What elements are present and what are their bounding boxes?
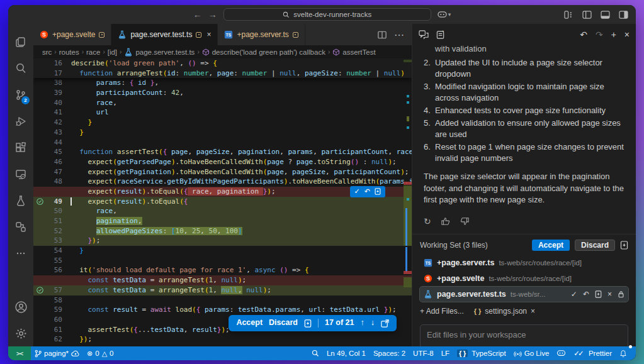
document-icon[interactable] <box>375 188 381 195</box>
prettier-item[interactable]: ✓✓ Prettier <box>570 346 616 360</box>
comment-discussion-icon[interactable] <box>419 30 429 39</box>
tab-bar: S+page.sveltepage.server.test.ts×TS+page… <box>33 24 412 45</box>
status-bar: >< paging* ⊗ 0 △ 0 Ln 49, Col 1 Spaces: … <box>8 346 636 360</box>
cursor-position-item[interactable]: Ln 49, Col 1 <box>323 346 370 360</box>
attachment-chip[interactable]: { } settings.json × <box>474 307 535 316</box>
code-line-added: 49expect(result).toEqual({ <box>33 197 412 207</box>
retry-icon[interactable]: ↻ <box>424 216 431 226</box>
breadcrumb-item[interactable]: race <box>86 48 100 56</box>
toggle-sidebar-icon[interactable] <box>582 11 592 19</box>
source-control-icon[interactable]: 2 <box>8 82 33 108</box>
beaker-icon <box>424 290 432 299</box>
copilot-edits-panel: + ↶ ↷ + × with validation 2.Updated the … <box>412 24 636 346</box>
close-panel-icon[interactable]: × <box>624 30 630 40</box>
document-icon[interactable] <box>304 319 312 328</box>
command-center-search[interactable]: svelte-dev-runner-tracks <box>223 8 431 21</box>
indentation-item[interactable]: Spaces: 2 <box>370 346 409 360</box>
tab--page-server-ts[interactable]: TS+page.server.ts <box>218 24 305 45</box>
open-all-edits-icon[interactable] <box>620 241 628 250</box>
tab-page-server-test-ts[interactable]: page.server.test.ts× <box>111 24 218 45</box>
working-set-file[interactable]: TS+page.server.tsts-web/src/routes/race/… <box>420 255 628 270</box>
discard-change-icon[interactable]: ↶ <box>364 187 370 197</box>
discard-all-button[interactable]: Discard <box>575 240 615 251</box>
search-icon[interactable] <box>8 55 33 82</box>
discard-icon[interactable]: ↶ <box>583 290 589 299</box>
more-icon[interactable] <box>8 240 33 267</box>
breadcrumb-item[interactable]: src <box>42 48 52 56</box>
line-number: 41 <box>46 108 62 118</box>
history-forward-icon[interactable]: → <box>208 10 217 19</box>
account-icon[interactable] <box>8 294 33 320</box>
next-change-icon[interactable]: ↓ <box>371 318 375 328</box>
attachment-name: settings.json <box>485 307 527 316</box>
notifications-item[interactable] <box>616 346 631 360</box>
breadcrumb-item[interactable]: routes <box>59 48 79 56</box>
thumbs-up-icon[interactable] <box>441 217 450 226</box>
accept-change-icon[interactable]: ✓ <box>354 187 360 197</box>
customize-layout-icon[interactable] <box>564 11 573 19</box>
line-number: 61 <box>46 325 62 335</box>
close-icon[interactable]: × <box>607 290 612 299</box>
remote-explorer-icon[interactable] <box>8 161 33 187</box>
discard-button[interactable]: Discard <box>269 318 298 328</box>
thumbs-down-icon[interactable] <box>460 217 469 226</box>
problems-item[interactable]: ⊗ 0 △ 0 <box>83 346 118 360</box>
language-item[interactable]: { } TypeScript <box>453 346 510 360</box>
run-debug-icon[interactable] <box>8 108 33 135</box>
line-number: 60 <box>46 315 62 325</box>
document-icon[interactable] <box>595 290 602 298</box>
undo-icon[interactable]: ↶ <box>580 30 587 40</box>
code-editor[interactable]: 16describe('load green path', () => {17f… <box>33 58 412 346</box>
copilot-status-item[interactable] <box>553 346 570 360</box>
git-branch-item[interactable]: paging* <box>31 346 83 360</box>
tab-label: page.server.test.ts <box>130 30 192 39</box>
breadcrumb-item[interactable]: describe('load green path') callback <box>202 48 325 56</box>
overview-ruler[interactable] <box>404 58 412 346</box>
check-icon[interactable]: ✓ <box>571 290 577 299</box>
eol-item[interactable]: LF <box>438 346 453 360</box>
accept-all-button[interactable]: Accept <box>532 240 570 251</box>
search-value: svelte-dev-runner-tracks <box>293 11 371 18</box>
close-tab-icon[interactable]: × <box>206 30 211 39</box>
settings-gear-icon[interactable] <box>8 320 33 346</box>
svelte-icon: S <box>424 274 432 283</box>
add-files-button[interactable]: + Add Files... <box>420 307 464 316</box>
tab--page-svelte[interactable]: S+page.svelte <box>33 24 111 45</box>
split-editor-icon[interactable] <box>378 31 387 39</box>
extensions-icon[interactable] <box>8 135 33 161</box>
copilot-menu-button[interactable]: ▾ <box>438 11 451 19</box>
references-icon[interactable] <box>8 214 33 240</box>
toggle-panel-icon[interactable] <box>601 11 610 19</box>
encoding-item[interactable]: UTF-8 <box>409 346 438 360</box>
ruler-decoration <box>404 60 412 62</box>
remote-indicator[interactable]: >< <box>8 346 31 360</box>
search-status-item[interactable] <box>308 346 323 360</box>
chat-input[interactable]: Edit files in your workspace Edit ▾ Clau… <box>420 324 628 346</box>
testing-icon[interactable] <box>8 187 33 214</box>
open-file-icon[interactable] <box>381 319 389 328</box>
accept-button[interactable]: Accept <box>236 318 263 328</box>
remove-attachment-icon[interactable]: × <box>531 307 535 316</box>
breadcrumb-item[interactable]: [id] <box>108 48 117 56</box>
previous-change-icon[interactable]: ↑ <box>361 318 364 328</box>
go-live-item[interactable]: Go Live <box>510 346 553 360</box>
explorer-icon[interactable] <box>8 29 33 55</box>
ruler-decoration <box>404 185 412 246</box>
chat-response[interactable]: with validation 2.Updated the UI to incl… <box>412 45 636 229</box>
line-number: 52 <box>46 226 62 236</box>
more-actions-icon[interactable]: ⋯ <box>394 29 404 41</box>
lock-icon[interactable] <box>618 290 624 298</box>
working-set-file[interactable]: S+page.sveltets-web/src/routes/race/[id] <box>420 271 628 286</box>
test-pass-icon[interactable] <box>37 287 43 294</box>
new-edit-session-icon[interactable]: + <box>436 30 445 40</box>
redo-icon[interactable]: ↷ <box>596 30 603 40</box>
history-back-icon[interactable]: ← <box>193 10 202 19</box>
breadcrumb-item[interactable]: assertTest <box>332 48 375 56</box>
new-session-icon[interactable]: + <box>611 30 616 40</box>
test-pass-icon[interactable] <box>37 198 43 205</box>
working-set-file[interactable]: page.server.test.tsts-web/sr...✓↶× <box>420 287 628 302</box>
toggle-secondary-sidebar-icon[interactable] <box>619 11 628 19</box>
notification-dot <box>629 345 632 348</box>
breadcrumb[interactable]: src›routes›race›[id]›page.server.test.ts… <box>33 45 412 58</box>
breadcrumb-item[interactable]: page.server.test.ts <box>124 48 195 57</box>
